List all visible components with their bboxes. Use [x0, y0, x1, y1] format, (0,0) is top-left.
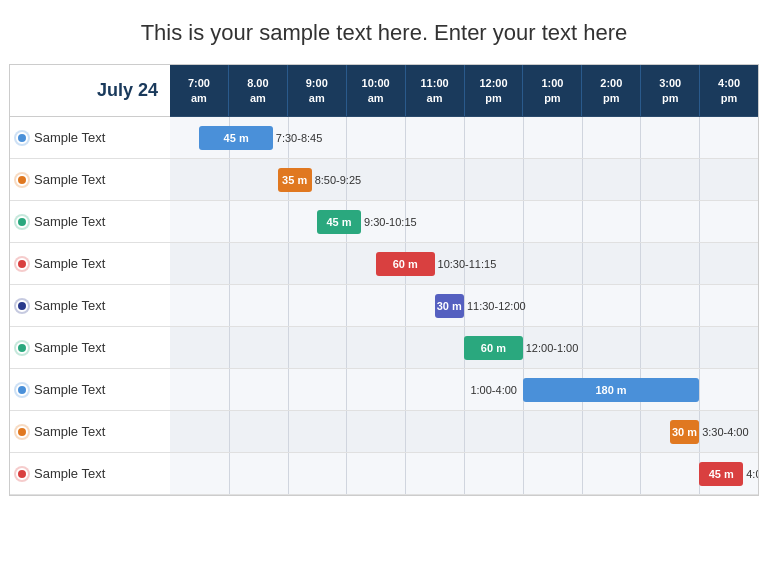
- column-line: [405, 117, 406, 158]
- column-line: [699, 285, 700, 326]
- column-line: [229, 243, 230, 284]
- column-line: [464, 201, 465, 242]
- row-label-text: Sample Text: [34, 424, 105, 439]
- column-line: [523, 201, 524, 242]
- column-line: [288, 243, 289, 284]
- dot-icon: [16, 342, 28, 354]
- column-line: [523, 159, 524, 200]
- gantt-row: 30 m11:30-12:00: [170, 285, 758, 327]
- dot-icon: [16, 174, 28, 186]
- column-line: [346, 117, 347, 158]
- column-line: [640, 117, 641, 158]
- gantt-chart: July 24 Sample TextSample TextSample Tex…: [9, 64, 759, 496]
- column-line: [405, 285, 406, 326]
- time-header: 7:00am8.00am9:00am10:00am11:00am12:00pm1…: [170, 65, 758, 117]
- gantt-bar: 180 m: [523, 378, 699, 402]
- gantt-bar: 30 m: [670, 420, 699, 444]
- left-panel: July 24 Sample TextSample TextSample Tex…: [10, 65, 170, 495]
- gantt-row: 60 m10:30-11:15: [170, 243, 758, 285]
- row-label: Sample Text: [10, 201, 170, 243]
- column-line: [582, 411, 583, 452]
- column-line: [582, 453, 583, 494]
- gantt-row: 30 m3:30-4:00: [170, 411, 758, 453]
- column-line: [640, 201, 641, 242]
- range-label: 7:30-8:45: [276, 117, 322, 158]
- column-line: [229, 369, 230, 410]
- range-label: 1:00-4:00: [470, 369, 516, 410]
- column-line: [582, 327, 583, 368]
- column-line: [699, 369, 700, 410]
- dot-icon: [16, 384, 28, 396]
- column-line: [346, 411, 347, 452]
- row-label: Sample Text: [10, 411, 170, 453]
- dot-icon: [16, 258, 28, 270]
- column-line: [640, 411, 641, 452]
- column-line: [229, 453, 230, 494]
- range-label: 10:30-11:15: [438, 243, 497, 284]
- gantt-bar: 45 m: [699, 462, 743, 486]
- right-panel: 7:00am8.00am9:00am10:00am11:00am12:00pm1…: [170, 65, 758, 495]
- row-label-text: Sample Text: [34, 214, 105, 229]
- column-line: [288, 369, 289, 410]
- time-column-header: 1:00pm: [523, 65, 582, 116]
- row-label: Sample Text: [10, 453, 170, 495]
- row-label-text: Sample Text: [34, 340, 105, 355]
- column-line: [464, 159, 465, 200]
- column-line: [405, 159, 406, 200]
- column-line: [699, 201, 700, 242]
- gantt-bar: 60 m: [376, 252, 435, 276]
- range-label: 11:30-12:00: [467, 285, 526, 326]
- column-line: [346, 243, 347, 284]
- gantt-bar: 35 m: [278, 168, 312, 192]
- dot-icon: [16, 426, 28, 438]
- gantt-row: 45 m4:00-4:45: [170, 453, 758, 495]
- row-label-text: Sample Text: [34, 382, 105, 397]
- dot-icon: [16, 300, 28, 312]
- range-label: 8:50-9:25: [315, 159, 361, 200]
- column-line: [405, 453, 406, 494]
- time-column-header: 10:00am: [347, 65, 406, 116]
- column-line: [523, 453, 524, 494]
- row-label-text: Sample Text: [34, 466, 105, 481]
- column-line: [699, 411, 700, 452]
- column-line: [229, 285, 230, 326]
- row-label: Sample Text: [10, 285, 170, 327]
- column-line: [464, 117, 465, 158]
- column-line: [523, 411, 524, 452]
- time-column-header: 11:00am: [406, 65, 465, 116]
- column-line: [464, 453, 465, 494]
- gantt-row: 45 m9:30-10:15: [170, 201, 758, 243]
- column-line: [288, 285, 289, 326]
- time-column-header: 8.00am: [229, 65, 288, 116]
- time-column-header: 3:00pm: [641, 65, 700, 116]
- row-label-text: Sample Text: [34, 172, 105, 187]
- time-column-header: 7:00am: [170, 65, 229, 116]
- time-column-header: 9:00am: [288, 65, 347, 116]
- column-line: [640, 285, 641, 326]
- column-line: [582, 243, 583, 284]
- gantt-rows: 45 m7:30-8:4535 m8:50-9:2545 m9:30-10:15…: [170, 117, 758, 495]
- time-column-header: 12:00pm: [465, 65, 524, 116]
- column-line: [523, 117, 524, 158]
- column-line: [405, 369, 406, 410]
- column-line: [288, 327, 289, 368]
- column-line: [346, 453, 347, 494]
- column-line: [229, 159, 230, 200]
- column-line: [699, 117, 700, 158]
- column-line: [346, 285, 347, 326]
- row-label-text: Sample Text: [34, 298, 105, 313]
- row-label: Sample Text: [10, 117, 170, 159]
- column-line: [346, 327, 347, 368]
- column-line: [229, 411, 230, 452]
- column-line: [288, 201, 289, 242]
- range-label: 9:30-10:15: [364, 201, 417, 242]
- row-label-text: Sample Text: [34, 130, 105, 145]
- column-line: [640, 327, 641, 368]
- column-line: [582, 117, 583, 158]
- column-line: [464, 369, 465, 410]
- row-label-text: Sample Text: [34, 256, 105, 271]
- row-label: Sample Text: [10, 243, 170, 285]
- column-line: [699, 327, 700, 368]
- page-title: This is your sample text here. Enter you…: [141, 20, 628, 46]
- range-label: 12:00-1:00: [526, 327, 579, 368]
